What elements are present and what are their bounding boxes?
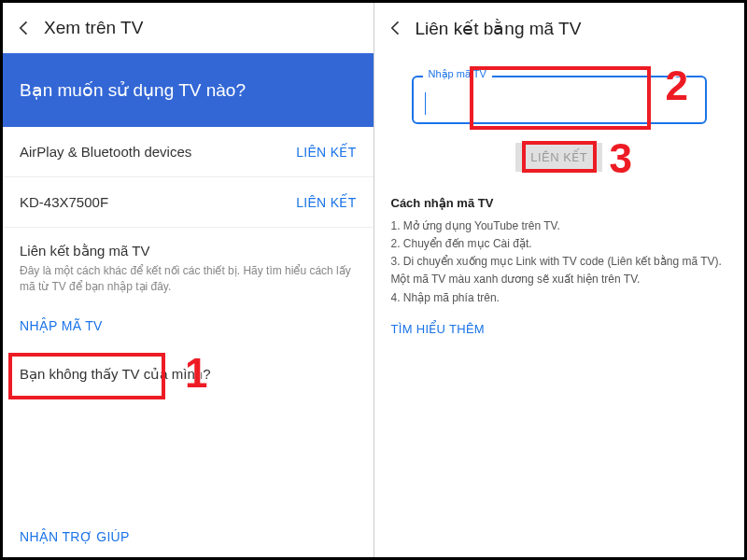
howto-section: Cách nhận mã TV 1. Mở ứng dụng YouTube t… xyxy=(374,194,745,307)
link-action[interactable]: LIÊN KẾT xyxy=(296,145,356,160)
back-icon[interactable] xyxy=(12,16,36,40)
enter-tv-code-button[interactable]: NHẬP MÃ TV xyxy=(20,318,103,333)
link-button[interactable]: LIÊN KẾT xyxy=(515,143,602,172)
device-name: AirPlay & Bluetooth devices xyxy=(20,144,191,160)
tv-code-legend: Nhập mã TV xyxy=(423,68,492,80)
header-right: Liên kết bằng mã TV xyxy=(374,3,745,53)
back-icon[interactable] xyxy=(384,16,408,40)
device-row-airplay[interactable]: AirPlay & Bluetooth devices LIÊN KẾT xyxy=(3,127,374,177)
link-button-row: LIÊN KẾT xyxy=(374,143,745,172)
text-cursor xyxy=(425,92,426,115)
howto-step: 4. Nhập mã phía trên. xyxy=(391,289,728,307)
page-title-left: Xem trên TV xyxy=(44,18,143,38)
pane-link-tv-code: Liên kết bằng mã TV Nhập mã TV LIÊN KẾT … xyxy=(374,3,745,557)
tv-code-input[interactable] xyxy=(412,76,708,124)
link-action[interactable]: LIÊN KẾT xyxy=(296,195,356,210)
howto-title: Cách nhận mã TV xyxy=(391,194,728,214)
page-title-right: Liên kết bằng mã TV xyxy=(416,18,582,39)
tv-code-field-wrap: Nhập mã TV xyxy=(412,76,708,124)
choose-tv-banner: Bạn muốn sử dụng TV nào? xyxy=(3,53,374,127)
device-row-sony[interactable]: KD-43X7500F LIÊN KẾT xyxy=(3,177,374,228)
not-see-tv-text: Bạn không thấy TV của mình? xyxy=(3,349,374,399)
header-left: Xem trên TV xyxy=(3,3,374,53)
app-container: Xem trên TV Bạn muốn sử dụng TV nào? Air… xyxy=(0,0,747,560)
tvcode-desc: Đây là một cách khác để kết nối các thiế… xyxy=(20,263,357,295)
tvcode-section: Liên kết bằng mã TV Đây là một cách khác… xyxy=(3,228,374,302)
howto-step: 3. Di chuyển xuống mục Link with TV code… xyxy=(391,253,728,288)
howto-step: 2. Chuyển đến mục Cài đặt. xyxy=(391,235,728,253)
enter-code-row: NHẬP MÃ TV xyxy=(3,302,374,349)
tvcode-title: Liên kết bằng mã TV xyxy=(20,243,357,259)
pane-watch-on-tv: Xem trên TV Bạn muốn sử dụng TV nào? Air… xyxy=(3,3,374,557)
device-name: KD-43X7500F xyxy=(20,194,108,210)
get-help-button[interactable]: NHẬN TRỢ GIÚP xyxy=(3,516,147,557)
howto-step: 1. Mở ứng dụng YouTube trên TV. xyxy=(391,217,728,235)
learn-more-button[interactable]: TÌM HIỂU THÊM xyxy=(374,307,745,351)
